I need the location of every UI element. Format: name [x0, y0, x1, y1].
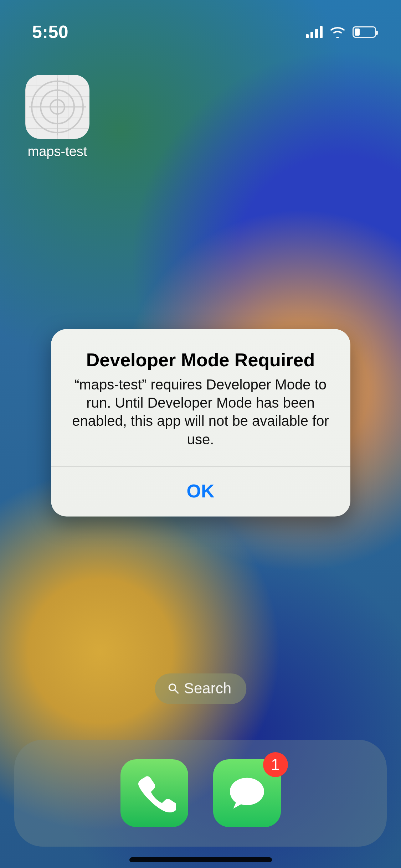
spotlight-search-pill[interactable]: Search — [155, 673, 246, 704]
status-bar: 5:50 — [0, 0, 401, 50]
alert-body: Developer Mode Required “maps-test” requ… — [51, 329, 350, 466]
dock-app-phone[interactable] — [120, 759, 188, 827]
placeholder-target-icon — [25, 75, 89, 139]
search-icon — [168, 683, 179, 694]
ok-button[interactable]: OK — [51, 466, 350, 516]
search-label: Search — [184, 680, 231, 697]
home-screen: 5:50 maps-test — [0, 0, 401, 868]
alert-dialog: Developer Mode Required “maps-test” requ… — [51, 329, 350, 517]
cellular-icon — [306, 26, 323, 38]
status-time: 5:50 — [32, 22, 68, 42]
badge-count: 1 — [263, 752, 288, 777]
alert-message: “maps-test” requires Developer Mode to r… — [69, 376, 333, 449]
app-maps-test[interactable]: maps-test — [20, 75, 95, 159]
dock: 1 — [14, 740, 387, 847]
alert-title: Developer Mode Required — [69, 349, 333, 371]
messages-icon — [226, 772, 268, 815]
battery-icon — [353, 26, 376, 38]
dock-app-messages[interactable]: 1 — [213, 759, 281, 827]
svg-line-1 — [175, 690, 178, 693]
status-indicators — [306, 26, 376, 38]
app-label: maps-test — [20, 144, 95, 159]
wifi-icon — [330, 26, 345, 38]
phone-icon — [133, 772, 176, 815]
home-indicator[interactable] — [129, 857, 272, 862]
